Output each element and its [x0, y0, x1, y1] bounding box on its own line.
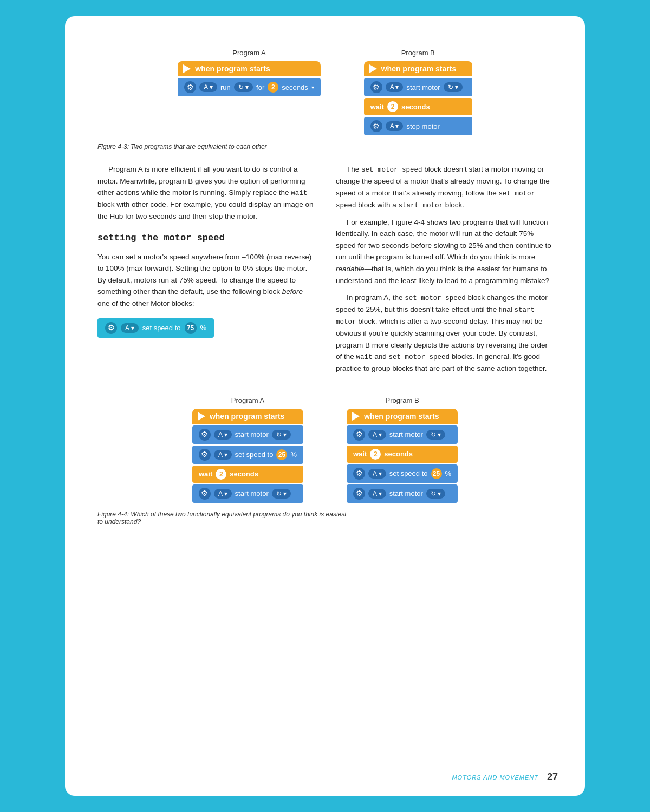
stop-motor-block-b-top: ⚙ A ▾ stop motor	[364, 117, 472, 135]
start-motor-block-a-bot-2: ⚙ A ▾ start motor ↻ ▾	[192, 484, 303, 503]
right-p1: The set motor speed block doesn't start …	[336, 163, 552, 211]
motor-dropdown-speed[interactable]: A ▾	[121, 323, 139, 333]
program-a-bottom-label: Program A	[231, 396, 264, 404]
number-25-b-bot: 25	[431, 468, 442, 479]
percent-b-bot: %	[445, 469, 452, 477]
when-program-starts-text-a-top: when program starts	[195, 64, 270, 73]
number-75-speed: 75	[185, 322, 197, 334]
program-a-top-blocks: when program starts ⚙ A ▾ run ↻ ▾ for 2 …	[178, 61, 320, 96]
figure-program-b-bottom: Program B when program starts ⚙ A ▾ star…	[347, 396, 458, 503]
gear-icon-a-top: ⚙	[184, 81, 196, 93]
motor-dropdown-b-bot-speed[interactable]: A ▾	[368, 469, 386, 479]
left-p1: Program A is more efficient if all you w…	[98, 163, 314, 222]
rotate-dropdown-a-top[interactable]: ↻ ▾	[234, 82, 253, 92]
rotate-dropdown-a-bot-1[interactable]: ↻ ▾	[272, 430, 291, 440]
number-2-a-top: 2	[268, 82, 278, 93]
wait-block-a-bot: wait 2 seconds	[192, 466, 303, 483]
start-motor-text-a-bot-2: start motor	[235, 489, 269, 497]
set-speed-block-b-bot: ⚙ A ▾ set speed to 25 %	[347, 464, 458, 483]
play-icon-b-bot	[352, 412, 360, 421]
gear-icon-b-bot-2: ⚙	[353, 488, 365, 500]
seconds-text-wait-b-top: seconds	[401, 103, 430, 111]
gear-icon-a-bot-2: ⚙	[199, 488, 211, 500]
stop-motor-text-b-top: stop motor	[406, 122, 439, 130]
motor-dropdown-b-top[interactable]: A ▾	[386, 82, 404, 92]
program-b-bottom-label: Program B	[385, 396, 419, 404]
when-program-starts-block-a-bot: when program starts	[192, 409, 303, 424]
run-motor-block-a-top: ⚙ A ▾ run ↻ ▾ for 2 seconds ▾	[178, 78, 320, 96]
seconds-text-wait-b-bot: seconds	[384, 450, 413, 458]
rotate-dropdown-b-bot-1[interactable]: ↻ ▾	[426, 430, 445, 440]
seconds-dropdown-a-top[interactable]: ▾	[311, 84, 314, 90]
when-program-starts-text-a-bot: when program starts	[210, 412, 284, 421]
percent-text: %	[200, 324, 207, 332]
motor-dropdown-a-bot-speed[interactable]: A ▾	[214, 450, 232, 460]
figure-top-caption: Figure 4-3: Two programs that are equiva…	[98, 143, 552, 150]
rotate-dropdown-b-top[interactable]: ↻ ▾	[444, 82, 463, 92]
right-p2: For example, Figure 4-4 shows two progra…	[336, 217, 552, 287]
figure-program-a-top: Program A when program starts ⚙ A ▾ run …	[178, 49, 320, 135]
program-b-top-label: Program B	[401, 49, 435, 57]
motor-dropdown-a-bot-2[interactable]: A ▾	[214, 489, 232, 499]
wait-block-b-bot: wait 2 seconds	[347, 446, 458, 463]
col-left: Program A is more efficient if all you w…	[98, 163, 314, 380]
for-text: for	[256, 83, 264, 91]
figures-row-top: Program A when program starts ⚙ A ▾ run …	[98, 49, 552, 135]
left-p2: You can set a motor's speed anywhere fro…	[98, 251, 314, 310]
gear-icon-a-bot-speed: ⚙	[199, 449, 211, 461]
start-motor-block-b-bot-2: ⚙ A ▾ start motor ↻ ▾	[347, 484, 458, 503]
gear-icon-b-top: ⚙	[370, 81, 382, 93]
figure-program-a-bottom: Program A when program starts ⚙ A ▾ star…	[192, 396, 303, 503]
set-speed-text: set speed to	[142, 324, 181, 332]
when-program-starts-text-b-top: when program starts	[381, 64, 456, 73]
right-p3: In program A, the set motor speed block …	[336, 292, 552, 375]
figures-row-bottom: Program A when program starts ⚙ A ▾ star…	[98, 396, 552, 503]
set-speed-block: ⚙ A ▾ set speed to 75 %	[98, 318, 214, 338]
percent-a-bot: %	[290, 450, 297, 459]
start-motor-block-b-bot-1: ⚙ A ▾ start motor ↻ ▾	[347, 425, 458, 444]
motor-dropdown-a-top[interactable]: A ▾	[199, 82, 217, 92]
run-text: run	[220, 83, 231, 91]
start-motor-block-a-bot-1: ⚙ A ▾ start motor ↻ ▾	[192, 425, 303, 444]
number-2-wait-b-bot: 2	[370, 449, 381, 460]
set-speed-text-b-bot: set speed to	[389, 469, 428, 477]
motor-dropdown-b-bot-2[interactable]: A ▾	[368, 489, 386, 499]
rotate-dropdown-a-bot-2[interactable]: ↻ ▾	[272, 489, 291, 499]
motor-dropdown-stop-b-top[interactable]: A ▾	[386, 121, 404, 131]
set-speed-text-a-bot: set speed to	[235, 450, 274, 459]
start-motor-text-b-bot-1: start motor	[389, 430, 423, 438]
wait-text-a-bot: wait	[199, 470, 212, 478]
figure-program-b-top: Program B when program starts ⚙ A ▾ star…	[364, 49, 472, 135]
seconds-text-a-top: seconds	[282, 83, 308, 91]
play-icon	[183, 64, 191, 73]
right-text: The set motor speed block doesn't start …	[336, 163, 552, 375]
start-motor-text-b-top: start motor	[406, 83, 440, 91]
rotate-dropdown-b-bot-2[interactable]: ↻ ▾	[426, 489, 445, 499]
col-right: The set motor speed block doesn't start …	[336, 163, 552, 380]
footer-label: Motors and Movement	[452, 774, 538, 781]
wait-text-b-bot: wait	[353, 450, 367, 458]
gear-icon-a-bot-1: ⚙	[199, 429, 211, 441]
page-number: 27	[547, 771, 558, 783]
section-heading: setting the motor speed	[98, 231, 314, 245]
play-icon-b-top	[369, 64, 377, 73]
program-a-bottom-blocks: when program starts ⚙ A ▾ start motor ↻ …	[192, 409, 303, 503]
set-speed-block-a-bot: ⚙ A ▾ set speed to 25 %	[192, 446, 303, 464]
figure-bottom-caption: Figure 4-4: Which of these two functiona…	[98, 510, 552, 526]
when-program-starts-block-b-top: when program starts	[364, 61, 472, 76]
number-25-a-bot: 25	[276, 449, 287, 460]
when-program-starts-block-b-bot: when program starts	[347, 409, 458, 424]
when-program-starts-block-a-top: when program starts	[178, 61, 320, 76]
gear-icon-b-bot-1: ⚙	[353, 429, 365, 441]
when-program-starts-text-b-bot: when program starts	[364, 412, 439, 421]
program-b-bottom-blocks: when program starts ⚙ A ▾ start motor ↻ …	[347, 409, 458, 503]
number-2-wait-b-top: 2	[387, 101, 398, 112]
program-a-top-label: Program A	[232, 49, 265, 57]
motor-dropdown-b-bot-1[interactable]: A ▾	[368, 430, 386, 440]
gear-icon-b-bot-speed: ⚙	[353, 468, 365, 480]
play-icon-a-bot	[198, 412, 205, 421]
start-motor-text-a-bot-1: start motor	[235, 430, 269, 438]
start-motor-text-b-bot-2: start motor	[389, 489, 423, 497]
motor-dropdown-a-bot-1[interactable]: A ▾	[214, 430, 232, 440]
start-motor-block-b-top: ⚙ A ▾ start motor ↻ ▾	[364, 78, 472, 96]
